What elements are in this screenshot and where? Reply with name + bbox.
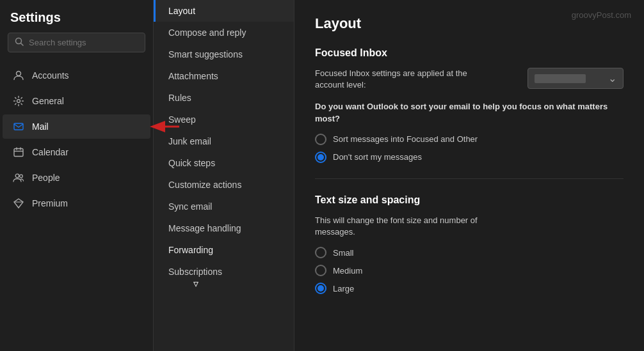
svg-rect-6 [14, 149, 23, 157]
sidebar-item-general[interactable]: General [3, 89, 150, 113]
sidebar-item-people-label: People [32, 173, 60, 183]
focused-inbox-title: Focused Inbox [315, 47, 624, 59]
sidebar-item-premium[interactable]: Premium [3, 191, 150, 215]
section-divider [315, 178, 624, 179]
sidebar-item-people[interactable]: People [3, 166, 150, 190]
mail-arrow [147, 120, 182, 134]
svg-marker-9 [14, 199, 23, 208]
middle-item-forwarding[interactable]: Forwarding [154, 239, 294, 261]
radio-sort-label: Sort messages into Focused and Other [333, 134, 478, 144]
middle-item-message[interactable]: Message handling [154, 217, 294, 239]
svg-point-8 [20, 175, 23, 178]
radio-medium[interactable]: Medium [315, 265, 624, 276]
sidebar-item-mail-label: Mail [32, 121, 49, 132]
sidebar-item-calendar[interactable]: Calendar [3, 140, 150, 164]
middle-column: Layout Compose and reply Smart suggestio… [154, 0, 294, 351]
radio-nosort-circle[interactable] [315, 152, 326, 163]
middle-item-layout[interactable]: Layout [154, 0, 294, 22]
middle-item-rules[interactable]: Rules [154, 87, 294, 109]
search-icon [15, 37, 24, 48]
radio-large-circle[interactable] [315, 283, 326, 294]
sidebar-item-accounts-label: Accounts [32, 70, 69, 81]
focused-inbox-row: Focused Inbox settings are applied at th… [315, 68, 624, 91]
focused-inbox-section: Focused Inbox Focused Inbox settings are… [315, 47, 624, 163]
focused-inbox-description: Focused Inbox settings are applied at th… [315, 68, 481, 91]
watermark: groovyPost.com [572, 10, 631, 20]
sidebar-item-calendar-label: Calendar [32, 147, 68, 157]
sidebar: Settings Accounts General [0, 0, 154, 351]
people-icon [13, 172, 24, 183]
svg-point-2 [17, 72, 21, 76]
radio-medium-circle[interactable] [315, 265, 326, 276]
dropdown-value [535, 74, 586, 83]
radio-nosort-label: Don't sort my messages [333, 152, 422, 162]
radio-large[interactable]: Large [315, 283, 624, 294]
svg-point-3 [17, 100, 20, 103]
sidebar-item-accounts[interactable]: Accounts [3, 63, 150, 88]
account-dropdown[interactable]: ⌄ [527, 68, 624, 89]
radio-nosort[interactable]: Don't sort my messages [315, 152, 624, 163]
middle-item-quicksteps[interactable]: Quick steps [154, 152, 294, 174]
middle-item-subscriptions[interactable]: Subscriptions [154, 261, 294, 283]
sidebar-item-premium-label: Premium [32, 198, 68, 208]
middle-item-attachments[interactable]: Attachments [154, 65, 294, 87]
middle-item-customize[interactable]: Customize actions [154, 174, 294, 196]
middle-item-smart[interactable]: Smart suggestions [154, 43, 294, 65]
middle-item-compose[interactable]: Compose and reply [154, 22, 294, 43]
gear-icon [13, 95, 24, 107]
mail-icon [13, 121, 24, 132]
calendar-icon [13, 146, 24, 158]
focused-inbox-question: Do you want Outlook to sort your email t… [315, 101, 624, 124]
radio-small-circle[interactable] [315, 247, 326, 258]
radio-medium-label: Medium [333, 266, 362, 276]
radio-sort-circle[interactable] [315, 134, 326, 145]
chevron-down-icon: ⌄ [608, 72, 616, 84]
middle-item-junk[interactable]: Junk email [154, 130, 294, 152]
text-size-section: Text size and spacing This will change t… [315, 194, 624, 294]
radio-small-label: Small [333, 248, 354, 258]
sidebar-item-general-label: General [32, 96, 64, 106]
svg-rect-4 [14, 123, 23, 130]
radio-large-label: Large [333, 284, 354, 293]
diamond-icon [13, 198, 24, 209]
radio-small[interactable]: Small [315, 247, 624, 258]
search-input[interactable] [29, 38, 138, 47]
svg-point-7 [15, 174, 19, 178]
sidebar-title: Settings [0, 10, 153, 33]
text-size-title: Text size and spacing [315, 194, 624, 206]
content-area: groovyPost.com Layout Focused Inbox Focu… [294, 0, 644, 351]
sidebar-item-mail[interactable]: Mail [3, 114, 150, 139]
search-box[interactable] [8, 33, 145, 52]
accounts-icon [13, 70, 24, 81]
middle-item-sync[interactable]: Sync email [154, 196, 294, 217]
text-size-description: This will change the font size and numbe… [315, 215, 481, 238]
radio-sort[interactable]: Sort messages into Focused and Other [315, 134, 624, 145]
svg-line-1 [21, 43, 24, 46]
